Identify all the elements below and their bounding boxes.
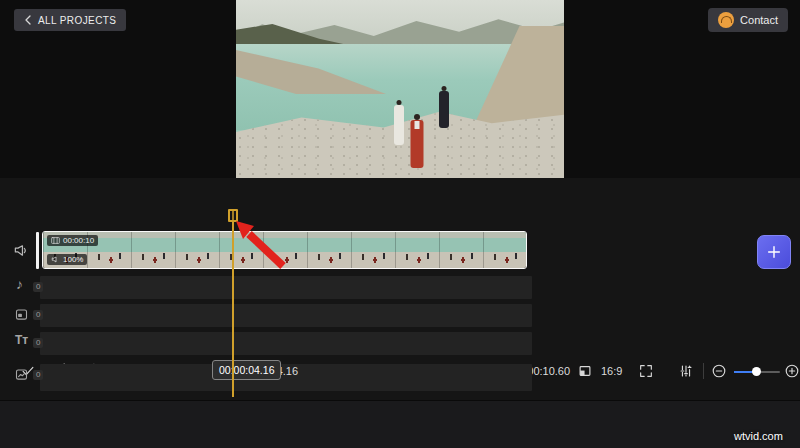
text-track-count: 0 (33, 338, 43, 348)
video-clip[interactable]: 00:00:10 100% (42, 231, 527, 269)
video-track-mute-icon[interactable] (13, 242, 30, 259)
plus-icon (766, 244, 782, 260)
person-red-suit (408, 114, 426, 174)
sticker-track-count: 0 (33, 370, 43, 380)
bottom-toolbar: Add Split Trim Speed Volume D (0, 400, 800, 448)
contact-label: Contact (740, 14, 778, 26)
contact-button[interactable]: Contact (708, 8, 788, 32)
playhead[interactable] (232, 209, 234, 397)
playhead-handle[interactable] (228, 209, 238, 222)
preview-area: ALL PROJECTS Contact (0, 0, 800, 178)
add-media-button[interactable] (757, 235, 791, 269)
video-preview (236, 0, 564, 178)
playback-controls: 00:00:04.16 00:00:04.16 00:00:10.60 16:9 (0, 178, 800, 208)
active-track-indicator (36, 232, 39, 269)
overlay-track-count: 0 (33, 310, 43, 320)
overlay-track-icon[interactable] (14, 307, 29, 322)
all-projects-label: ALL PROJECTS (38, 15, 116, 26)
overlay-track-lane[interactable] (40, 304, 532, 327)
video-editor-app: ALL PROJECTS Contact 00:00:04.16 00:00:0… (0, 0, 800, 448)
clip-volume-badge: 100% (47, 254, 87, 265)
all-projects-button[interactable]: ALL PROJECTS (14, 9, 126, 31)
music-track-icon[interactable]: ♪ (16, 277, 23, 291)
timeline-ruler[interactable]: 0 00:00:01.0 00:00:02.0 00:00:03.0 00:00… (0, 208, 800, 228)
clip-duration-badge: 00:00:10 (47, 235, 98, 246)
audio-track-count: 0 (33, 282, 43, 292)
timeline-tracks: 00:00:10 100% ♪ 0 0 Tт 0 0 (0, 228, 800, 400)
speaker-icon (51, 255, 60, 264)
watermark: wtvid.com (734, 430, 783, 442)
text-track-lane[interactable] (40, 332, 532, 355)
audio-track-lane[interactable] (40, 276, 532, 299)
text-track-icon[interactable]: Tт (15, 334, 28, 346)
film-icon (51, 236, 60, 245)
support-icon (718, 12, 734, 28)
playhead-time-tooltip: 00:00:04.16 (212, 360, 281, 380)
chevron-left-icon (24, 15, 32, 25)
person-white-suit (392, 100, 406, 152)
sticker-track-icon[interactable] (14, 367, 29, 382)
person-black-suit (437, 86, 451, 134)
clip-thumbnails (43, 232, 526, 268)
